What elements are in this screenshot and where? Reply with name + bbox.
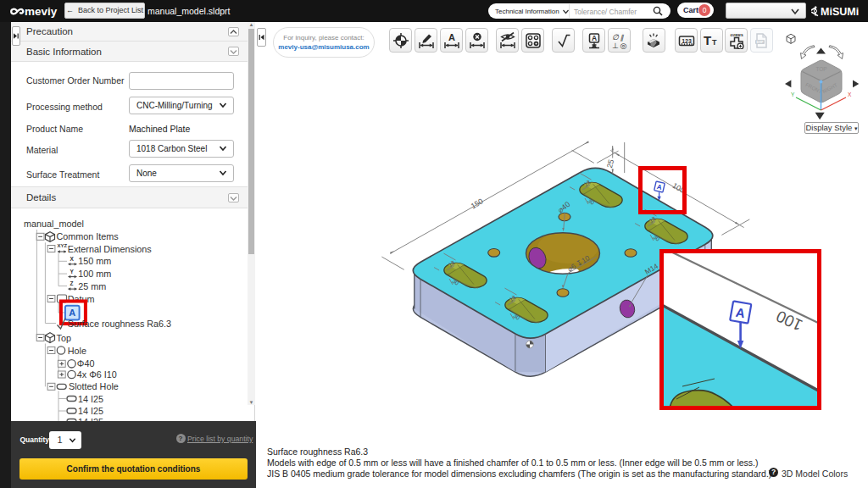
svg-text:T: T [712, 38, 717, 47]
svg-text:25: 25 [605, 158, 615, 169]
svg-text:100: 100 [773, 307, 805, 334]
svg-text:T: T [704, 33, 711, 47]
svg-text:4x Φ6 I10: 4x Φ6 I10 [77, 369, 117, 380]
svg-text:25 mm: 25 mm [78, 281, 106, 291]
svg-text:A: A [591, 34, 596, 42]
svg-text:meviy: meviy [25, 5, 58, 18]
svg-text:Hole: Hole [68, 346, 86, 356]
svg-text:Z: Z [70, 280, 74, 286]
svg-text:A: A [69, 308, 75, 318]
svg-text:XYZ: XYZ [58, 243, 68, 248]
svg-text:∥: ∥ [620, 33, 624, 41]
svg-text:150: 150 [470, 197, 485, 210]
svg-text:150 mm: 150 mm [78, 256, 111, 266]
svg-text:manual_model: manual_model [24, 219, 84, 229]
svg-text:Surface roughness Ra6.3: Surface roughness Ra6.3 [68, 319, 171, 329]
svg-text:A: A [448, 32, 455, 42]
svg-text:14 I25: 14 I25 [78, 406, 103, 416]
svg-text:Φ40: Φ40 [77, 358, 95, 369]
svg-text:⊥: ⊥ [612, 41, 619, 49]
svg-text:Top: Top [57, 333, 71, 343]
svg-text:100 mm: 100 mm [78, 269, 111, 279]
svg-text:DXF: DXF [757, 40, 765, 44]
svg-text:X: X [70, 256, 75, 262]
svg-text:External Dimensions: External Dimensions [68, 244, 153, 254]
svg-text:Common Items: Common Items [57, 231, 120, 241]
svg-text:∅: ∅ [612, 33, 620, 42]
svg-text:123: 123 [682, 37, 692, 43]
svg-text:Y: Y [70, 269, 75, 274]
svg-text:Slotted Hole: Slotted Hole [69, 381, 119, 391]
svg-text:6VIEWS: 6VIEWS [730, 32, 743, 36]
svg-text:TOP: TOP [815, 66, 826, 72]
svg-text:X: X [848, 92, 852, 97]
svg-text:◎: ◎ [620, 41, 626, 49]
svg-text:Y: Y [791, 92, 795, 97]
svg-text:MiSUMi: MiSUMi [821, 6, 859, 18]
svg-text:14 I25: 14 I25 [78, 394, 103, 404]
